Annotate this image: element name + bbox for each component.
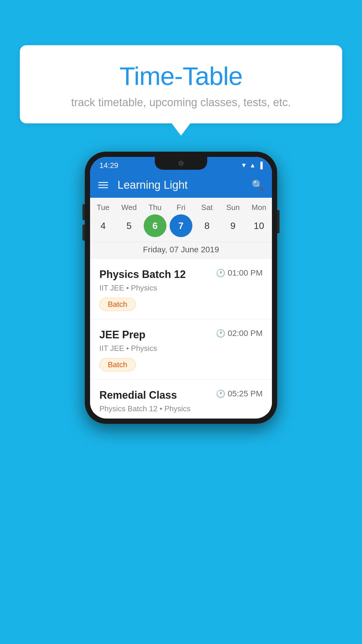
phone-mockup: 14:29 ▼ ▲ ▐ Learning Light 🔍 (85, 152, 277, 424)
event-card-1-header: Physics Batch 12 🕐 01:00 PM (99, 268, 263, 281)
wifi-icon: ▼ (241, 162, 247, 169)
status-bar-time: 14:29 (99, 161, 118, 170)
speech-bubble-subtitle: track timetable, upcoming classes, tests… (37, 96, 325, 109)
day-8[interactable]: 8 (196, 214, 218, 237)
status-bar-icons: ▼ ▲ ▐ (241, 162, 263, 169)
day-header-wed: Wed (118, 203, 140, 212)
day-header-tue: Tue (92, 203, 115, 212)
phone-camera (178, 161, 184, 166)
event-3-title: Remedial Class (99, 389, 177, 401)
day-5[interactable]: 5 (118, 214, 140, 237)
event-2-title: JEE Prep (99, 329, 145, 341)
day-header-sun: Sun (222, 203, 244, 212)
day-header-fri: Fri (170, 203, 192, 212)
day-9[interactable]: 9 (222, 214, 244, 237)
phone-outer: 14:29 ▼ ▲ ▐ Learning Light 🔍 (85, 152, 277, 424)
event-card-2[interactable]: JEE Prep 🕐 02:00 PM IIT JEE • Physics Ba… (90, 319, 272, 380)
battery-icon: ▐ (258, 162, 263, 169)
event-1-subtitle: IIT JEE • Physics (99, 284, 263, 293)
phone-notch (155, 157, 207, 170)
day-6-today[interactable]: 6 (144, 214, 166, 237)
event-2-time: 🕐 02:00 PM (216, 329, 263, 338)
phone-screen: 14:29 ▼ ▲ ▐ Learning Light 🔍 (90, 157, 272, 419)
events-list: Physics Batch 12 🕐 01:00 PM IIT JEE • Ph… (90, 259, 272, 413)
clock-icon-2: 🕐 (216, 329, 225, 338)
volume-up-button (82, 204, 85, 220)
event-1-time: 🕐 01:00 PM (216, 268, 263, 278)
day-header-thu: Thu (144, 203, 166, 212)
signal-icon: ▲ (249, 162, 256, 169)
event-card-2-header: JEE Prep 🕐 02:00 PM (99, 329, 263, 341)
event-card-3[interactable]: Remedial Class 🕐 05:25 PM Physics Batch … (90, 380, 272, 413)
clock-icon-3: 🕐 (216, 389, 225, 398)
hamburger-menu-icon[interactable] (98, 182, 108, 188)
event-2-badge: Batch (99, 358, 136, 371)
event-card-1[interactable]: Physics Batch 12 🕐 01:00 PM IIT JEE • Ph… (90, 259, 272, 319)
speech-bubble-card: Time-Table track timetable, upcoming cla… (20, 45, 342, 123)
event-card-3-header: Remedial Class 🕐 05:25 PM (99, 389, 263, 401)
day-header-sat: Sat (196, 203, 218, 212)
event-3-time: 🕐 05:25 PM (216, 389, 263, 398)
day-headers-row: Tue Wed Thu Fri Sat Sun Mon (90, 203, 272, 214)
event-1-title: Physics Batch 12 (99, 268, 186, 281)
day-header-mon: Mon (247, 203, 270, 212)
volume-down-button (82, 225, 85, 241)
power-button (277, 210, 280, 233)
event-3-subtitle: Physics Batch 12 • Physics (99, 404, 263, 413)
clock-icon-1: 🕐 (216, 269, 225, 278)
app-bar: Learning Light 🔍 (90, 172, 272, 198)
speech-bubble-arrow (172, 123, 190, 136)
day-numbers-row: 4 5 6 7 8 9 10 (90, 214, 272, 242)
calendar-strip: Tue Wed Thu Fri Sat Sun Mon 4 5 6 7 8 9 … (90, 198, 272, 259)
app-bar-title: Learning Light (117, 179, 245, 191)
speech-bubble-section: Time-Table track timetable, upcoming cla… (20, 45, 342, 136)
selected-date-label: Friday, 07 June 2019 (90, 242, 272, 259)
day-4[interactable]: 4 (92, 214, 115, 237)
search-icon[interactable]: 🔍 (252, 179, 264, 191)
event-1-badge: Batch (99, 298, 136, 311)
speech-bubble-title: Time-Table (37, 61, 325, 91)
day-10[interactable]: 10 (247, 214, 270, 237)
day-7-selected[interactable]: 7 (170, 214, 192, 237)
event-2-subtitle: IIT JEE • Physics (99, 344, 263, 353)
